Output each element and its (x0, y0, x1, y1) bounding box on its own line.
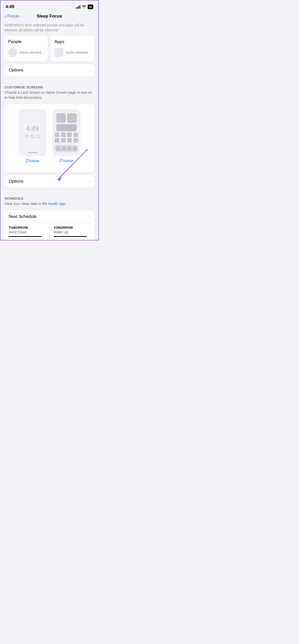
back-button[interactable]: ‹ Focus (5, 13, 19, 19)
apps-chevron-icon: › (89, 40, 91, 44)
apps-icon (54, 48, 64, 57)
next-schedule-row[interactable]: Next Schedule › (5, 211, 94, 223)
page-title: Sleep Focus (37, 14, 62, 19)
home-icon-4 (61, 132, 66, 137)
apps-card-header: Apps › (54, 39, 91, 44)
home-dock (54, 145, 78, 152)
status-time: 4:49 (6, 4, 14, 9)
schedule-item-winddown: TOMORROW Wind Down (5, 223, 50, 240)
apps-card[interactable]: Apps › None allowed (51, 36, 94, 61)
winddown-day: TOMORROW (9, 226, 45, 230)
customise-screens-card: 4:49 Choose (5, 104, 94, 172)
wifi-icon (82, 5, 86, 9)
home-widget (56, 124, 77, 131)
apps-card-title: Apps (54, 39, 64, 44)
people-card-content: None allowed (8, 48, 44, 57)
people-card-header: People › (8, 39, 44, 44)
health-app-link[interactable]: Health app. (48, 202, 66, 206)
status-icons: 36 (76, 5, 93, 9)
winddown-bar (9, 236, 42, 237)
signal-icon (76, 5, 80, 9)
home-icon-3 (55, 132, 59, 137)
home-icon-8 (61, 138, 66, 143)
home-icon-10 (73, 138, 78, 143)
intro-text: Notifications from selected people and a… (1, 22, 98, 36)
customise-section-desc: Choose a Lock Screen or Home Screen page… (5, 90, 94, 100)
people-card[interactable]: People › None allowed (5, 36, 48, 61)
schedule-items-row: TOMORROW Wind Down TOMORROW Wake Up (5, 223, 94, 240)
next-schedule-card: Next Schedule › TOMORROW Wind Down TOMOR… (5, 211, 94, 240)
options-annotated-chevron-icon: › (89, 179, 90, 184)
notification-cards-row: People › None allowed Apps › None allowe… (1, 36, 98, 61)
intro-content: Notifications from selected people and a… (5, 23, 84, 32)
screens-row: 4:49 Choose (18, 109, 80, 163)
customise-section-title: CUSTOMISE SCREENS (5, 85, 94, 89)
schedule-item-wakeup: TOMORROW Wake Up (50, 223, 95, 240)
wakeup-name: Wake Up (54, 230, 90, 234)
wakeup-day: TOMORROW (54, 226, 90, 230)
lock-dot-3 (36, 135, 40, 138)
apps-none-text: None allowed (66, 50, 88, 54)
options-annotated-card[interactable]: Options › (5, 175, 94, 187)
people-none-text: None allowed (20, 50, 41, 54)
battery-icon: 36 (88, 5, 93, 9)
lock-dot-1 (25, 135, 29, 138)
home-icon-1 (56, 113, 66, 123)
schedule-section-title: SCHEDULE (5, 197, 94, 200)
next-schedule-label: Next Schedule (9, 214, 37, 219)
schedule-desc-text: View your sleep data in the (5, 202, 48, 206)
home-screen-choose-button[interactable]: Choose (59, 159, 73, 163)
home-icon-7 (55, 138, 59, 143)
home-icon-2 (67, 113, 77, 123)
home-icon-6 (73, 132, 78, 137)
winddown-name: Wind Down (9, 230, 45, 234)
lock-screen-mockup: 4:49 (18, 109, 46, 156)
lock-dot-2 (31, 135, 34, 138)
options-annotated-container: Options › (5, 175, 94, 187)
people-card-title: People (8, 39, 22, 44)
schedule-section-desc: View your sleep data in the Health app. (5, 201, 94, 206)
dock-icon-4 (72, 146, 77, 151)
lock-screen-time: 4:49 (26, 125, 39, 132)
dock-icon-2 (62, 146, 66, 151)
home-top-icons (54, 113, 78, 123)
home-screen-content (54, 113, 78, 152)
home-icons-grid (54, 132, 78, 143)
battery-level: 36 (89, 5, 92, 8)
lock-screen-choose-button[interactable]: Choose (25, 159, 39, 163)
options-annotated-label: Options (9, 179, 24, 184)
options-card[interactable]: Options › (5, 64, 94, 76)
people-chevron-icon: › (43, 40, 44, 44)
lock-screen-bar (27, 152, 38, 153)
apps-card-content: None allowed (54, 48, 91, 57)
customise-section-header: CUSTOMISE SCREENS Choose a Lock Screen o… (1, 83, 98, 102)
people-avatar-icon (8, 48, 17, 57)
home-screen-mockup (52, 109, 80, 156)
home-icon-5 (67, 132, 72, 137)
dock-icon-1 (56, 146, 61, 151)
home-icon-9 (67, 138, 72, 143)
status-bar: 4:49 36 (1, 1, 98, 12)
next-schedule-chevron-icon: › (89, 214, 90, 219)
dock-icon-3 (67, 146, 71, 151)
lock-dots (25, 135, 40, 138)
lock-screen-content: 4:49 (25, 125, 40, 138)
options-chevron-icon: › (89, 68, 90, 72)
chevron-left-icon: ‹ (5, 13, 6, 19)
wakeup-bar (54, 236, 87, 237)
options-label: Options (9, 68, 24, 73)
back-label: Focus (7, 14, 19, 19)
schedule-section-header: SCHEDULE View your sleep data in the Hea… (1, 195, 98, 208)
nav-bar: ‹ Focus Sleep Focus (1, 12, 98, 22)
